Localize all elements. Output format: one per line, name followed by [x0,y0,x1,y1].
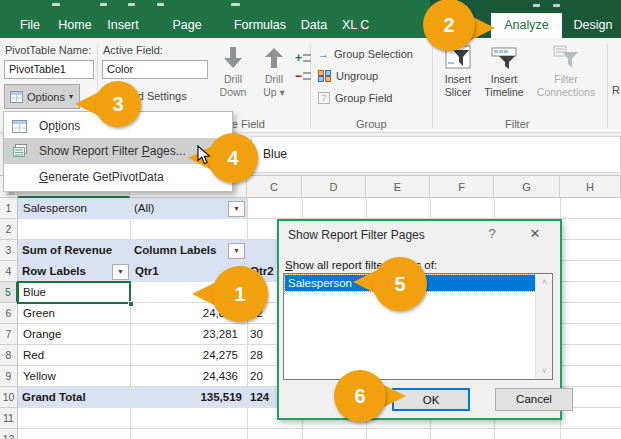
cell-b10[interactable]: 135,519 [130,387,247,408]
collapse-field-button[interactable]: − [295,66,311,84]
active-cell-selection-border [17,281,131,304]
filter-connections-button[interactable]: Filter Connections [530,44,602,99]
column-header-g[interactable]: G [494,176,560,198]
group-group-label: Group [356,118,387,130]
report-filter-dropdown-button[interactable]: ▼ [228,201,245,217]
refresh-button-partial[interactable]: R [612,84,620,96]
tab-file[interactable]: File [14,13,46,38]
cell-b9[interactable]: 24,436 [130,366,243,387]
formula-bar-input[interactable]: Blue [251,136,621,173]
insert-timeline-button[interactable]: Insert Timeline [479,44,529,99]
callout-6: 6 [334,370,386,422]
ribbon-separator [432,44,433,128]
column-labels-filter-button[interactable]: ▼ [228,243,245,259]
tab-formulas[interactable]: Formulas [232,13,288,38]
listbox-scrollbar[interactable]: ˄ ˅ [535,274,552,379]
quick-access-toolbar-icon[interactable] [128,3,135,6]
mouse-cursor [197,145,212,166]
group-selection-button[interactable]: → Group Selection [318,48,413,60]
filter-connections-icon [553,44,579,70]
column-header-f[interactable]: F [430,176,494,198]
callout-3: 3 [95,81,141,127]
drill-down-arrow-icon [220,46,246,70]
tab-data[interactable]: Data [298,13,330,38]
callout-1: 1 [212,266,268,322]
ribbon-separator [607,44,608,128]
insert-slicer-button[interactable]: Insert Slicer [438,44,478,99]
options-button[interactable]: Options ▾ [4,84,80,109]
minus-icon: − [295,69,302,83]
lines-glyph [303,54,311,62]
scroll-down-arrow-icon[interactable]: ˅ [536,363,553,379]
excel-window: File Home Insert Page Layout Formulas Da… [0,0,621,439]
ungroup-button[interactable]: Ungroup [318,70,378,82]
tab-analyze[interactable]: Analyze [491,13,562,38]
row-header-1[interactable]: 1 [0,198,18,219]
callout-4: 4 [208,133,258,183]
pivottable-name-input[interactable]: PivotTable1 [4,60,94,79]
titlebar-text-fragment [231,3,240,6]
row-header-11[interactable]: 11 [0,408,18,429]
plus-icon: + [295,51,302,65]
filter-group-label: Filter [505,118,529,130]
cell-b8[interactable]: 24,275 [130,345,243,366]
cell-a9[interactable]: Yellow [18,366,130,387]
right-arrow-icon: → [318,48,329,60]
lines-glyph [303,72,311,80]
row-header-9[interactable]: 9 [0,366,18,387]
cell-a6[interactable]: Green [18,303,130,324]
row-header-8[interactable]: 8 [0,345,18,366]
dialog-close-button[interactable]: ✕ [523,226,547,241]
quick-access-toolbar-icon[interactable] [100,3,107,6]
drill-down-button[interactable]: Drill Down [212,46,254,99]
row-header-6[interactable]: 6 [0,303,18,324]
row-header-10[interactable]: 10 [0,387,18,408]
scroll-up-arrow-icon[interactable]: ˄ [536,274,553,290]
titlebar-icon-fragment [533,4,540,7]
cell-a10[interactable]: Grand Total [18,387,130,408]
cancel-button[interactable]: Cancel [495,388,573,411]
show-report-filter-pages-dialog: Show Report Filter Pages ? ✕ Show all re… [277,219,562,420]
fill-handle[interactable] [128,301,134,307]
row-header-7[interactable]: 7 [0,324,18,345]
tab-page-layout[interactable]: Page Layout [152,13,222,38]
column-header-d[interactable]: D [302,176,366,198]
timeline-icon [491,44,517,70]
ungroup-icon [318,70,331,82]
pivottable-name-label: PivotTable Name: [5,44,91,56]
row-header-12[interactable]: 12 [0,429,18,439]
cell-a8[interactable]: Red [18,345,130,366]
column-header-h[interactable]: H [560,176,621,198]
row-header-2[interactable]: 2 [0,219,18,240]
column-header-e[interactable]: E [366,176,430,198]
quick-access-toolbar-icon[interactable] [52,3,60,6]
group-field-icon: 7 [318,92,330,104]
tab-home[interactable]: Home [56,13,94,38]
drill-up-button[interactable]: Drill Up ▾ [253,46,295,99]
dialog-help-button[interactable]: ? [482,226,502,241]
tab-xl-c[interactable]: XL C [342,13,392,38]
titlebar-icon-fragment [553,4,560,7]
cell-a7[interactable]: Orange [18,324,130,345]
options-menu-icon [12,120,27,133]
cell-b7[interactable]: 23,281 [130,324,243,345]
active-field-input[interactable]: Color [102,60,208,79]
expand-field-button[interactable]: + [295,48,311,66]
active-field-label: Active Field: [103,44,163,56]
group-field-button[interactable]: 7 Group Field [318,92,392,104]
row-header-3[interactable]: 3 [0,240,18,261]
row-header-4[interactable]: 4 [0,261,18,282]
tab-design[interactable]: Design [568,13,618,38]
callout-5: 5 [373,257,427,311]
row-header-5[interactable]: 5 [0,282,18,303]
cell-a1[interactable]: Salesperson [18,198,130,219]
callout-2: 2 [423,0,475,51]
quick-access-toolbar-icon[interactable] [157,3,164,6]
options-icon [10,91,23,103]
drill-up-arrow-icon [261,46,287,70]
tab-insert[interactable]: Insert [104,13,142,38]
row-labels-filter-button[interactable]: ▼ [112,264,129,280]
dialog-title: Show Report Filter Pages [288,228,425,242]
dropdown-caret-icon: ▾ [69,92,73,101]
cell-a3[interactable]: Sum of Revenue [18,240,130,261]
